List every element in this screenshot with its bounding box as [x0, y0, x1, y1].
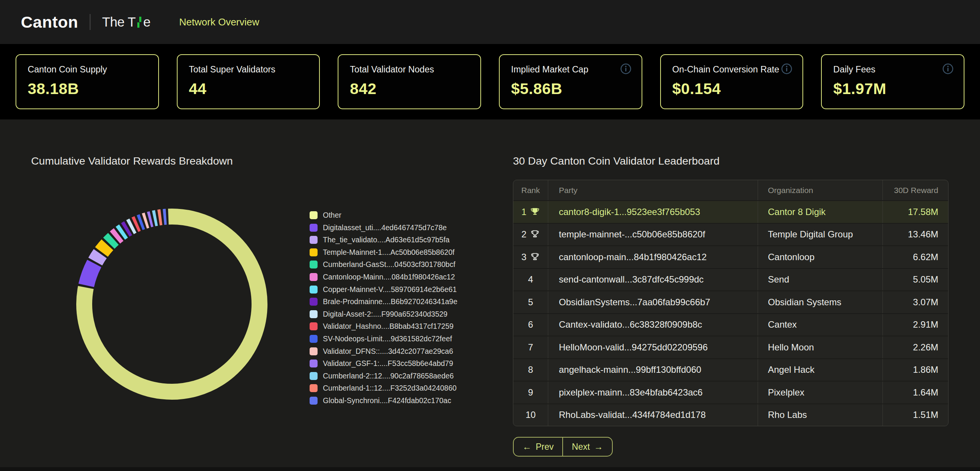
rank-cell: 3 — [513, 246, 548, 268]
organization-cell: Cantex — [758, 314, 883, 336]
legend-item[interactable]: Temple-Mainnet-1....Ac50b06e85b8620f — [310, 248, 458, 257]
legend-item[interactable]: Other — [310, 211, 458, 220]
table-row: 10RhoLabs-validat...434f4784ed1d178Rho L… — [513, 403, 948, 426]
info-icon[interactable] — [620, 63, 632, 75]
table-row: 8angelhack-mainn...99bff130bffd060Angel … — [513, 358, 948, 381]
reward-cell: 1.64M — [883, 382, 948, 403]
party-cell: RhoLabs-validat...434f4784ed1d178 — [548, 404, 758, 426]
legend-swatch — [310, 360, 318, 368]
next-button[interactable]: Next → — [562, 438, 612, 456]
stat-label: Total Validator Nodes — [350, 65, 469, 75]
legend-item[interactable]: Digitalasset_uti....4ed6467475d7c78e — [310, 224, 458, 232]
legend-label: Copper-Mainnet-V....589706914e2b6e61 — [323, 285, 457, 294]
rank-cell: 7 — [513, 336, 548, 358]
rewards-section-title: Cumulative Validator Rewards Breakdown — [31, 155, 233, 167]
legend-item[interactable]: The_tie_validato....Ad63e61d5c97b5fa — [310, 236, 458, 244]
donut-slice[interactable] — [95, 254, 100, 262]
legend-item[interactable]: Cantonloop-Mainn....084b1f980426ac12 — [310, 273, 458, 281]
reward-cell: 5.05M — [883, 269, 948, 291]
stats-band: Canton Coin Supply 38.18B Total Super Va… — [0, 44, 980, 119]
party-cell: HelloMoon-valid...94275dd02209596 — [548, 336, 758, 358]
legend-item[interactable]: Copper-Mainnet-V....589706914e2b6e61 — [310, 285, 458, 294]
column-header: Organization — [758, 180, 883, 200]
legend-swatch — [310, 372, 318, 380]
legend-swatch — [310, 236, 318, 244]
legend-label: Cantonloop-Mainn....084b1f980426ac12 — [323, 273, 455, 281]
organization-cell: Send — [758, 269, 883, 291]
stat-value: $1.97M — [833, 80, 952, 98]
legend-label: Temple-Mainnet-1....Ac50b06e85b8620f — [323, 248, 455, 257]
prev-button[interactable]: ← Prev — [514, 438, 562, 456]
legend-swatch — [310, 396, 318, 404]
legend-swatch — [310, 224, 318, 232]
donut-slice[interactable] — [130, 226, 133, 227]
donut-slice[interactable] — [144, 220, 147, 221]
legend-item[interactable]: Validator_Hashno....B8bab4317cf17259 — [310, 322, 458, 331]
donut-slice[interactable] — [109, 239, 113, 243]
table-row: 2 temple-mainnet-...c50b06e85b8620fTempl… — [513, 223, 948, 246]
reward-cell: 2.91M — [883, 314, 948, 336]
viewport-bottom-edge — [0, 467, 980, 471]
donut-slice[interactable] — [135, 224, 138, 225]
app-header: Canton The T e Network Overview — [0, 0, 980, 44]
stat-value: $5.86B — [511, 80, 630, 98]
donut-slice[interactable] — [101, 245, 107, 252]
canton-logo[interactable]: Canton — [21, 13, 78, 32]
legend-label: Digitalasset_uti....4ed6467475d7c78e — [323, 224, 447, 232]
party-cell: cantor8-digik-1...9523ee3f765b053 — [548, 201, 758, 223]
rank-cell: 2 — [513, 224, 548, 246]
party-cell: Cantex-validato...6c38328f0909b8c — [548, 314, 758, 336]
legend-item[interactable]: Cumberland-1::12....F3252d3a04240860 — [310, 384, 458, 392]
legend-swatch — [310, 211, 318, 219]
nav-network-overview[interactable]: Network Overview — [179, 16, 259, 28]
info-icon[interactable] — [780, 63, 793, 75]
rank-cell: 4 — [513, 269, 548, 291]
trophy-outline-icon — [530, 230, 540, 239]
leaderboard-table: RankPartyOrganization30D Reward 1 cantor… — [513, 180, 948, 426]
legend-label: Global-Synchroni....F424fdab02c170ac — [323, 396, 451, 405]
donut-slice[interactable] — [120, 231, 123, 233]
legend-item[interactable]: Cumberland-2::12....90c2af78658aede6 — [310, 372, 458, 381]
rank-number: 8 — [528, 365, 533, 375]
party-cell: ObsidianSystems...7aa06fab99c66b7 — [548, 291, 758, 313]
trophy-filled-icon — [530, 207, 540, 217]
stat-value: $0.154 — [672, 80, 791, 98]
donut-slice[interactable] — [164, 217, 166, 217]
stat-card: Total Validator Nodes 842 — [338, 54, 481, 109]
party-cell: send-cantonwall...3c87dfc45c999dc — [548, 269, 758, 291]
table-body: 1 cantor8-digik-1...9523ee3f765b053Canto… — [513, 200, 948, 426]
donut-slice[interactable] — [154, 218, 156, 219]
donut-slice[interactable] — [125, 228, 128, 230]
the-tie-logo[interactable]: The T e — [102, 14, 150, 30]
donut-slice[interactable] — [140, 222, 142, 223]
rank-cell: 1 — [513, 201, 548, 223]
rank-number: 3 — [521, 252, 526, 262]
donut-slice[interactable] — [86, 263, 94, 285]
leaderboard-title: 30 Day Canton Coin Validator Leaderboard — [513, 155, 720, 167]
stat-label: Total Super Validators — [189, 65, 308, 75]
rank-number: 2 — [521, 229, 526, 239]
donut-slice[interactable] — [149, 219, 152, 220]
table-header-row: RankPartyOrganization30D Reward — [513, 180, 948, 200]
rank-number: 5 — [528, 297, 533, 308]
legend-item[interactable]: Global-Synchroni....F424fdab02c170ac — [310, 396, 458, 405]
legend-item[interactable]: SV-Nodeops-Limit....9d361582dc72feef — [310, 335, 458, 343]
legend-item[interactable]: Digital-Asset-2:....F990a652340d3529 — [310, 310, 458, 319]
legend-item[interactable]: Cumberland-GasSt....04503cf301780bcf — [310, 260, 458, 269]
rank-cell: 10 — [513, 404, 548, 426]
legend-item[interactable]: Brale-Prodmainne....B6b9270246341a9e — [310, 297, 458, 306]
donut-slice[interactable] — [159, 217, 161, 218]
donut-slice[interactable] — [115, 235, 119, 237]
legend-swatch — [310, 310, 318, 318]
info-icon[interactable] — [942, 63, 954, 75]
table-row: 7HelloMoon-valid...94275dd02209596Hello … — [513, 336, 948, 358]
next-label: Next — [572, 442, 590, 452]
legend-item[interactable]: Validator_DFNS::....3d42c2077ae29ca6 — [310, 347, 458, 356]
rank-cell: 9 — [513, 382, 548, 403]
legend-label: Cumberland-1::12....F3252d3a04240860 — [323, 384, 457, 392]
party-cell: cantonloop-main...84b1f980426ac12 — [548, 246, 758, 268]
legend-swatch — [310, 285, 318, 293]
legend-item[interactable]: Validator_GSF-1:....F53cc58b6e4abd79 — [310, 359, 458, 368]
right-arrow-icon: → — [594, 441, 603, 452]
rank-number: 10 — [525, 409, 536, 420]
